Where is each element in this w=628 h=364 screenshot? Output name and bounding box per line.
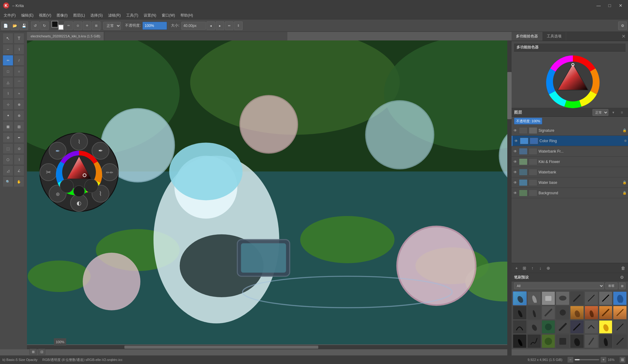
bezier-tool[interactable]: ⌒ <box>14 77 24 88</box>
brush-item-32[interactable] <box>613 334 627 348</box>
canvas-scrollbar-h[interactable] <box>27 345 512 349</box>
layer-eye-kiki-flower[interactable]: 👁 <box>513 159 518 164</box>
brush-item-15[interactable] <box>599 306 613 320</box>
scrollbar-thumb-h[interactable] <box>124 346 318 349</box>
fill-mode-button[interactable]: ✛ <box>83 21 91 30</box>
layer-eye-signature[interactable]: 👁 <box>513 128 518 133</box>
zoom-tool[interactable]: 🔍 <box>3 176 13 187</box>
blend-mode-select[interactable]: 正常 <box>103 22 121 30</box>
new-file-button[interactable]: 📄 <box>1 21 10 30</box>
background-color[interactable] <box>58 25 64 30</box>
brush-item-16[interactable] <box>613 306 627 320</box>
fg-bg-color-widget[interactable] <box>51 21 64 31</box>
brush-tag-btn[interactable]: 标签 <box>605 282 618 289</box>
brush-item-5[interactable] <box>570 291 584 305</box>
brush-item-28[interactable] <box>556 334 569 348</box>
canvas-view[interactable]: signature ✒ ✏✏ ⌇ <box>27 40 512 344</box>
polygon-select-tool[interactable]: ⬡ <box>3 154 13 165</box>
layer-down-button[interactable]: ↓ <box>537 264 544 272</box>
brush-grid-view-btn[interactable]: ⊞ <box>619 282 626 289</box>
size-increase-button[interactable]: ▸ <box>216 21 224 30</box>
maximize-button[interactable]: □ <box>605 2 615 9</box>
menu-edit[interactable]: 编辑(E) <box>19 12 36 19</box>
layer-eye-waterbank-fr[interactable]: 👁 <box>513 149 518 154</box>
brush-item-10[interactable] <box>527 306 541 320</box>
panel-settings-button[interactable]: ⚙ <box>618 21 627 30</box>
layers-blend-mode-select[interactable]: 正常 <box>592 109 608 116</box>
layers-settings-btn[interactable]: ≡ <box>618 109 626 116</box>
brush-item-9[interactable] <box>513 306 527 320</box>
mirror-h-button[interactable]: ⇔ <box>225 21 233 30</box>
layer-row-background[interactable]: 👁 Background 🔒 <box>512 188 628 198</box>
menu-filter[interactable]: 滤镜(R) <box>106 12 123 19</box>
undo-button[interactable]: ↺ <box>31 21 40 30</box>
brush-item-31[interactable] <box>599 334 613 348</box>
brush-tool[interactable]: ✏ <box>3 55 13 66</box>
brush-item-7[interactable] <box>599 291 613 305</box>
brush-item-13[interactable] <box>570 306 584 320</box>
view-grid-button[interactable]: ⊞ <box>619 357 626 363</box>
angle-tool[interactable]: ∠ <box>14 165 24 176</box>
smart-patch-tool[interactable]: ✦ <box>3 110 13 121</box>
brush-item-6[interactable] <box>584 291 598 305</box>
brush-item-18[interactable] <box>527 320 541 334</box>
tab-tool-options[interactable]: 工具选项 <box>543 32 566 41</box>
brush-item-21[interactable] <box>570 320 584 334</box>
brush-item-20[interactable] <box>556 320 569 334</box>
measure-tool[interactable]: ◿ <box>3 165 13 176</box>
brush-item-8[interactable] <box>613 291 627 305</box>
layer-eye-waterbank[interactable]: 👁 <box>513 170 518 175</box>
size-decrease-button[interactable]: ◂ <box>206 21 215 30</box>
layers-collapse-btn[interactable]: ▾ <box>610 109 617 116</box>
menu-view[interactable]: 视图(V) <box>36 12 54 19</box>
menu-select[interactable]: 选择(S) <box>88 12 105 19</box>
zoom-slider[interactable] <box>575 359 599 360</box>
layer-eye-color-ring[interactable]: 👁 <box>514 138 519 143</box>
brush-panel-settings-btn[interactable]: ⚙ <box>618 274 626 281</box>
canvas-scrollbar-v[interactable] <box>507 40 512 355</box>
clone-tool[interactable]: ⊕ <box>14 99 24 110</box>
zoom-in-button[interactable]: + <box>600 357 607 363</box>
brush-item-14[interactable] <box>584 306 598 320</box>
brush-item-17[interactable] <box>513 320 527 334</box>
save-file-button[interactable]: 💾 <box>20 21 28 30</box>
layer-row-waterbank-fr[interactable]: 👁 Waterbank Fr... <box>512 146 628 157</box>
select-tool[interactable]: ↖ <box>3 33 13 44</box>
menu-file[interactable]: 文件(F) <box>1 12 18 19</box>
brush-item-24[interactable] <box>613 320 627 334</box>
text-tool[interactable]: T <box>14 33 24 44</box>
brush-item-2[interactable] <box>527 291 541 305</box>
freehand-path-tool[interactable]: ⌇ <box>3 88 13 99</box>
brush-item-3[interactable] <box>542 291 555 305</box>
gradient-tool[interactable]: ▦ <box>3 121 13 132</box>
file-tab[interactable]: electrichearts_20200221A_kiki_b.kra (1.5… <box>27 32 104 40</box>
menu-tool[interactable]: 工具(T) <box>124 12 141 19</box>
eraser-mode-button[interactable]: ⊙ <box>74 21 82 30</box>
brush-category-select[interactable]: All <box>514 282 604 289</box>
brush-item-12[interactable] <box>556 306 569 320</box>
dynamic-brush-tool[interactable]: ≈ <box>14 88 24 99</box>
layer-row-waterbank[interactable]: 👁 Waterbank <box>512 167 628 177</box>
brush-item-22[interactable] <box>584 320 598 334</box>
layer-row-signature[interactable]: 👁 Signature 🔒 <box>512 125 628 136</box>
opacity-value[interactable]: 100% <box>142 22 167 30</box>
size-value[interactable]: 40.00px <box>181 22 206 30</box>
menu-layer[interactable]: 图层(L) <box>71 12 88 19</box>
freehand-select-tool[interactable]: ⌇ <box>14 44 24 55</box>
layer-eye-background[interactable]: 👁 <box>513 191 518 195</box>
layer-eye-water-base[interactable]: 👁 <box>513 180 518 185</box>
freehand-select-tool-2[interactable]: ⌇ <box>14 154 24 165</box>
layer-row-color-ring[interactable]: 👁 Color Ring ⊕ <box>512 136 628 146</box>
foreground-color[interactable] <box>51 21 58 28</box>
eraser-tool[interactable]: ⊘ <box>3 132 13 143</box>
brush-item-26[interactable] <box>527 334 541 348</box>
add-layer-button[interactable]: + <box>513 264 520 272</box>
grid-view-button[interactable]: ⊞ <box>92 21 100 30</box>
layers-opacity-display[interactable]: 不透明度: 100% <box>514 118 542 124</box>
colorize-mask-tool[interactable]: ⊛ <box>14 110 24 121</box>
layer-row-water-base[interactable]: 👁 Water base 🔒 <box>512 177 628 188</box>
add-group-button[interactable]: ⊞ <box>521 264 528 272</box>
duplicate-layer-button[interactable]: ⊕ <box>545 264 552 272</box>
canvas-nav-btn-1[interactable]: ⊞ <box>29 349 37 355</box>
brush-item-4[interactable] <box>556 291 569 305</box>
